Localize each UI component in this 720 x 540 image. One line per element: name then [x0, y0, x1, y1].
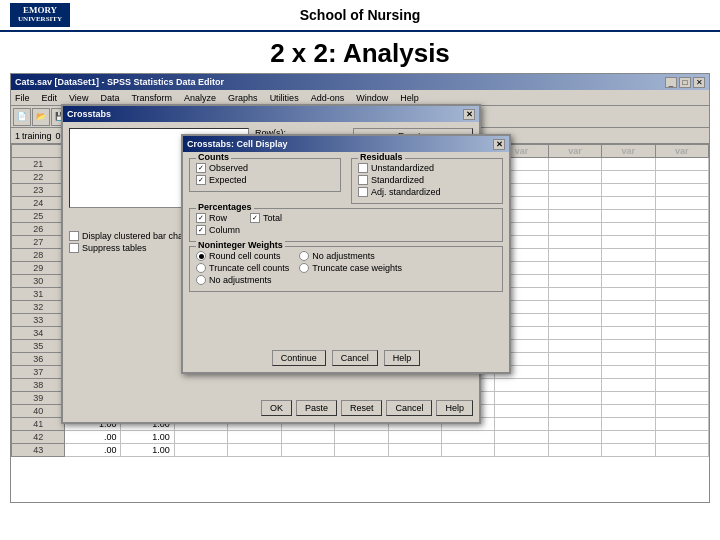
menu-analyze[interactable]: Analyze — [182, 93, 218, 103]
row-num-cell: 23 — [12, 184, 65, 197]
cell-display-titlebar: Crosstabs: Cell Display ✕ — [183, 136, 509, 152]
menu-data[interactable]: Data — [98, 93, 121, 103]
radio-trunccase-row: Truncate case weights — [299, 263, 402, 273]
var-cell-2 — [228, 444, 281, 457]
adjstd-label: Adj. standardized — [371, 187, 441, 197]
help-btn[interactable]: Help — [436, 400, 473, 416]
row-num-cell: 38 — [12, 379, 65, 392]
radio-truncate-row: Truncate cell counts — [196, 263, 289, 273]
row-pct-checkbox[interactable]: ✓ — [196, 213, 206, 223]
var-cell-7 — [495, 392, 548, 405]
observed-checkbox[interactable]: ✓ — [196, 163, 206, 173]
reset-btn[interactable]: Reset — [341, 400, 383, 416]
row-num-cell: 30 — [12, 275, 65, 288]
row-num-cell: 37 — [12, 366, 65, 379]
var-cell-10 — [655, 301, 708, 314]
menu-utilities[interactable]: Utilities — [268, 93, 301, 103]
radio-trunccase[interactable] — [299, 263, 309, 273]
toolbar-open[interactable]: 📂 — [32, 108, 50, 126]
menu-help[interactable]: Help — [398, 93, 421, 103]
counts-col: Counts ✓ Observed ✓ Expected — [189, 158, 341, 208]
col-pct-checkbox[interactable]: ✓ — [196, 225, 206, 235]
unstd-checkbox[interactable] — [358, 163, 368, 173]
row-num-cell: 29 — [12, 262, 65, 275]
row-num-cell: 40 — [12, 405, 65, 418]
radio-noadj[interactable] — [196, 275, 206, 285]
var-cell-10 — [655, 353, 708, 366]
var-cell-9 — [602, 288, 655, 301]
var-cell-7 — [495, 418, 548, 431]
row-num-cell: 35 — [12, 340, 65, 353]
cell-display-dialog: Crosstabs: Cell Display ✕ Counts ✓ Obser… — [181, 134, 511, 374]
unstd-check-row: Unstandardized — [358, 163, 496, 173]
menu-addons[interactable]: Add-ons — [309, 93, 347, 103]
menu-edit[interactable]: Edit — [40, 93, 60, 103]
var-cell-9 — [602, 418, 655, 431]
row-num-cell: 39 — [12, 392, 65, 405]
training-cell[interactable]: .00 — [65, 431, 121, 444]
var-cell-10 — [655, 262, 708, 275]
continue-btn[interactable]: Continue — [272, 350, 326, 366]
expected-check-row: ✓ Expected — [196, 175, 334, 185]
menu-transform[interactable]: Transform — [129, 93, 174, 103]
adjstd-checkbox[interactable] — [358, 187, 368, 197]
menu-file[interactable]: File — [13, 93, 32, 103]
col-var11[interactable]: var — [602, 145, 655, 158]
toolbar-new[interactable]: 📄 — [13, 108, 31, 126]
spss-titlebar: Cats.sav [DataSet1] - SPSS Statistics Da… — [11, 74, 709, 90]
maximize-button[interactable]: □ — [679, 77, 691, 88]
cell-display-btns-row: Continue Cancel Help — [189, 350, 503, 366]
var-cell-8 — [548, 197, 601, 210]
training-cell[interactable]: .00 — [65, 444, 121, 457]
var-cell-9 — [602, 314, 655, 327]
menu-graphs[interactable]: Graphs — [226, 93, 260, 103]
col-var10[interactable]: var — [548, 145, 601, 158]
var-cell-10 — [655, 275, 708, 288]
var-cell-9 — [602, 223, 655, 236]
close-button[interactable]: ✕ — [693, 77, 705, 88]
menu-window[interactable]: Window — [354, 93, 390, 103]
cancer-cell[interactable]: 1.00 — [121, 431, 174, 444]
total-pct-checkbox[interactable]: ✓ — [250, 213, 260, 223]
celldisplay-cancel-btn[interactable]: Cancel — [332, 350, 378, 366]
var-cell-6 — [441, 444, 494, 457]
cell-display-body: Counts ✓ Observed ✓ Expected Residuals — [183, 152, 509, 302]
col-var12[interactable]: var — [655, 145, 708, 158]
suppress-tables-checkbox[interactable] — [69, 243, 79, 253]
cancel-btn[interactable]: Cancel — [386, 400, 432, 416]
row-num-cell: 33 — [12, 314, 65, 327]
pct-right: ✓ Total — [250, 213, 282, 237]
celldisplay-help-btn[interactable]: Help — [384, 350, 421, 366]
page-title: 2 x 2: Analysis — [0, 38, 720, 69]
residuals-group: Residuals Unstandardized Standardized Ad… — [351, 158, 503, 204]
var-cell-10 — [655, 431, 708, 444]
radio-round[interactable] — [196, 251, 206, 261]
minimize-button[interactable]: _ — [665, 77, 677, 88]
cancer-cell[interactable]: 1.00 — [121, 444, 174, 457]
var-cell-1 — [174, 431, 227, 444]
cell-display-close[interactable]: ✕ — [493, 139, 505, 150]
paste-btn[interactable]: Paste — [296, 400, 337, 416]
var-cell-10 — [655, 314, 708, 327]
var-cell-9 — [602, 405, 655, 418]
display-bar-checkbox[interactable] — [69, 231, 79, 241]
var-cell-8 — [548, 158, 601, 171]
radio-truncate-label: Truncate cell counts — [209, 263, 289, 273]
var-cell-10 — [655, 210, 708, 223]
logo-line2: UNIVERSITY — [18, 16, 62, 24]
row-num-cell: 43 — [12, 444, 65, 457]
radio-noadj2[interactable] — [299, 251, 309, 261]
std-checkbox[interactable] — [358, 175, 368, 185]
expected-checkbox[interactable]: ✓ — [196, 175, 206, 185]
display-bar-label: Display clustered bar charts — [82, 231, 193, 241]
ok-btn[interactable]: OK — [261, 400, 292, 416]
var-cell-9 — [602, 353, 655, 366]
var-cell-10 — [655, 236, 708, 249]
crosstabs-close[interactable]: ✕ — [463, 109, 475, 120]
logo-box: EMORY UNIVERSITY — [10, 3, 70, 27]
radio-truncate[interactable] — [196, 263, 206, 273]
var-cell-10 — [655, 288, 708, 301]
counts-label: Counts — [196, 152, 231, 162]
menu-view[interactable]: View — [67, 93, 90, 103]
var-cell-10 — [655, 405, 708, 418]
